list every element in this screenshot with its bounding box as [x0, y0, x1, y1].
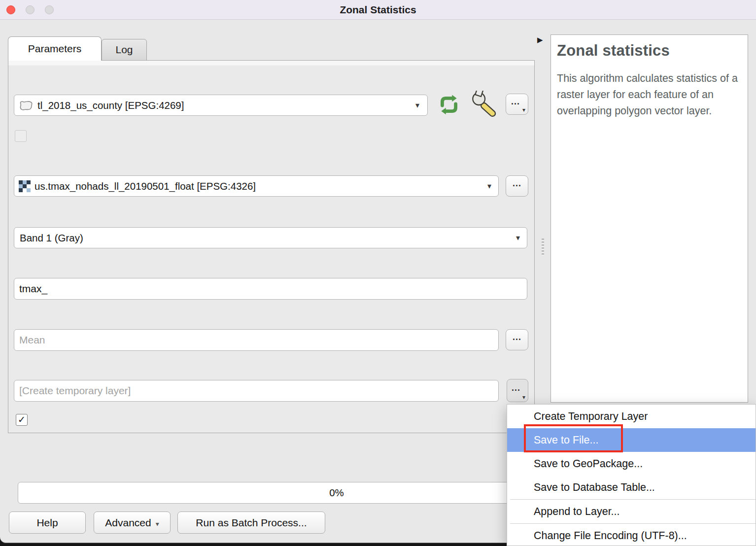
tab-parameters[interactable]: Parameters	[8, 36, 102, 61]
menu-item-save-to-database-table[interactable]: Save to Database Table...	[507, 476, 756, 499]
help-panel: Zonal statistics This algorithm calculat…	[550, 34, 748, 403]
selected-features-checkbox	[15, 130, 27, 142]
raster-band-combobox[interactable]: Band 1 (Gray) ▾	[14, 227, 527, 248]
polygon-layer-icon	[19, 100, 34, 111]
ellipsis-icon: ...	[504, 383, 528, 394]
raster-band-value: Band 1 (Gray)	[20, 232, 83, 244]
menu-item-change-file-encoding[interactable]: Change File Encoding (UTF-8)...	[507, 524, 756, 546]
run-as-batch-button[interactable]: Run as Batch Process...	[177, 512, 325, 534]
progress-percent: 0%	[329, 487, 344, 498]
open-output-checkbox[interactable]: ✓	[16, 414, 28, 426]
tab-log[interactable]: Log	[102, 39, 147, 61]
titlebar: Zonal Statistics	[0, 0, 756, 20]
chevron-down-icon: ▾	[516, 233, 520, 242]
output-prefix-input[interactable]	[14, 278, 527, 300]
statistics-browse-button[interactable]: ...	[506, 329, 528, 350]
ellipsis-icon: ...	[506, 333, 528, 343]
input-layer-browse-button[interactable]: ... ▾	[506, 94, 528, 115]
help-panel-description: This algorithm calculates statistics of …	[557, 70, 742, 119]
advanced-button[interactable]: Advanced▾	[94, 512, 171, 534]
input-layer-combobox[interactable]: tl_2018_us_county [EPSG:4269] ▾	[14, 95, 428, 116]
chevron-down-icon: ▾	[156, 520, 159, 528]
ellipsis-icon: ...	[503, 97, 528, 107]
zonal-output-input[interactable]	[14, 380, 499, 402]
chevron-down-icon: ▾	[415, 100, 419, 109]
window-title: Zonal Statistics	[0, 0, 756, 20]
collapse-help-panel-arrow[interactable]: ▶	[537, 35, 543, 44]
menu-item-save-to-file[interactable]: Save to File...	[507, 428, 756, 452]
menu-item-save-to-geopackage[interactable]: Save to GeoPackage...	[507, 452, 756, 476]
raster-layer-combobox[interactable]: us.tmax_nohads_ll_20190501_float [EPSG:4…	[14, 175, 499, 197]
advanced-options-wrench-button[interactable]	[468, 91, 500, 119]
zonal-output-browse-button[interactable]: ... ▾	[507, 379, 528, 402]
wrench-icon	[468, 91, 500, 119]
chevron-down-icon: ▾	[487, 181, 491, 190]
run-as-batch-label: Run as Batch Process...	[196, 517, 307, 528]
help-button[interactable]: Help	[9, 512, 86, 534]
help-panel-title: Zonal statistics	[557, 42, 742, 60]
advanced-button-label: Advanced	[105, 517, 151, 528]
menu-item-create-temporary-layer[interactable]: Create Temporary Layer	[507, 405, 756, 428]
iterate-loop-icon	[437, 94, 461, 116]
output-destination-menu: Create Temporary Layer Save to File... S…	[507, 404, 756, 546]
chevron-down-icon: ▾	[522, 106, 525, 113]
menu-item-append-to-layer[interactable]: Append to Layer...	[507, 500, 756, 523]
iterate-over-layer-button[interactable]	[437, 94, 461, 116]
ellipsis-icon: ...	[506, 179, 528, 189]
panel-splitter-handle[interactable]	[542, 239, 544, 256]
chevron-down-icon: ▾	[522, 394, 525, 401]
input-layer-value: tl_2018_us_county [EPSG:4269]	[37, 100, 184, 111]
raster-layer-value: us.tmax_nohads_ll_20190501_float [EPSG:4…	[34, 180, 256, 192]
raster-layer-icon	[19, 180, 31, 192]
raster-layer-browse-button[interactable]: ...	[506, 175, 528, 197]
help-button-label: Help	[36, 517, 58, 528]
check-icon: ✓	[18, 414, 26, 425]
statistics-input[interactable]	[14, 329, 499, 351]
